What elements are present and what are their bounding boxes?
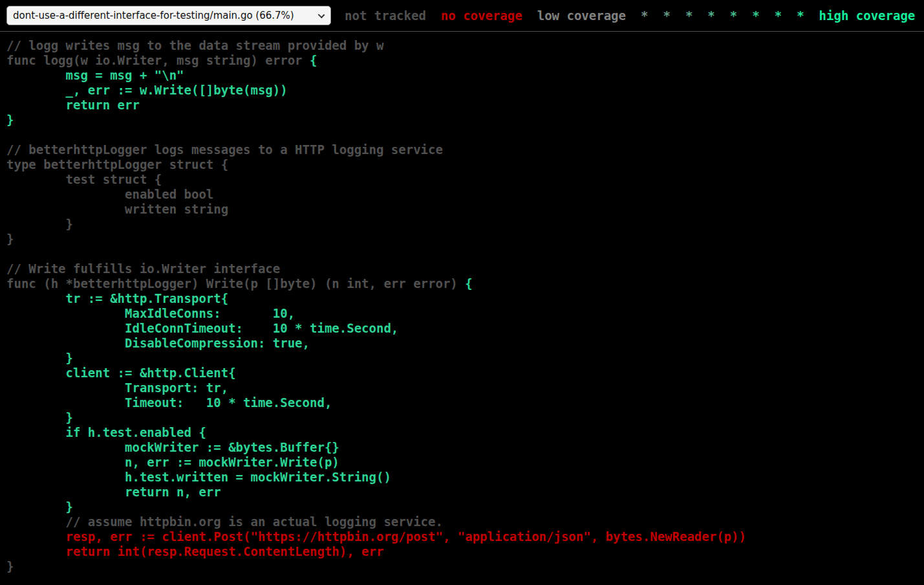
file-nav: dont-use-a-different-interface-for-testi… [6, 6, 331, 25]
code-segment-cov8: Timeout: 10 * time.Second, [6, 395, 332, 410]
legend-low-coverage: low coverage [537, 8, 626, 23]
code-segment-cov8: return err [6, 98, 140, 112]
code-segment-cov8: IdleConnTimeout: 10 * time.Second, [6, 321, 398, 335]
legend-cov3: * [663, 8, 670, 23]
code-segment-cov8: DisableCompression: true, [6, 336, 310, 350]
code-segment-cov8: n, err := mockWriter.Write(p) [6, 455, 339, 469]
source-code: // logg writes msg to the data stream pr… [6, 38, 924, 574]
code-segment-untracked: enabled bool [6, 187, 213, 201]
code-segment-untracked: func (h *betterhttpLogger) Write(p []byt… [6, 276, 465, 291]
legend-cov7: * [752, 8, 759, 23]
code-segment-untracked: // assume httpbin.org is an actual loggi… [6, 514, 443, 529]
legend-cov8: * [775, 8, 782, 23]
code-segment-untracked: // Write fulfills io.Writer interface [6, 261, 280, 276]
code-segment-untracked: written string [6, 202, 228, 216]
code-segment-untracked: // logg writes msg to the data stream pr… [6, 38, 383, 52]
legend-cov4: * [685, 8, 693, 23]
legend-cov2: * [641, 8, 648, 23]
code-segment-cov0: return int(resp.Request.ContentLength), … [6, 544, 383, 558]
legend: not trackedno coveragelow coverage******… [345, 8, 915, 23]
code-segment-cov8: mockWriter := &bytes.Buffer{} [6, 440, 339, 454]
legend-cov9: * [797, 8, 804, 23]
content: // logg writes msg to the data stream pr… [0, 0, 924, 574]
code-segment-cov8: MaxIdleConns: 10, [6, 306, 295, 320]
code-segment-cov8: if h.test.enabled { [6, 425, 206, 439]
topbar: dont-use-a-different-interface-for-testi… [0, 0, 924, 32]
file-select-wrap: dont-use-a-different-interface-for-testi… [6, 6, 331, 25]
code-segment-cov8: } [6, 410, 73, 425]
code-segment-cov8: client := &http.Client{ [6, 366, 236, 380]
code-segment-cov8: } [6, 500, 73, 514]
file-select[interactable]: dont-use-a-different-interface-for-testi… [6, 6, 331, 25]
code-segment-cov8: } [6, 113, 14, 127]
code-segment-untracked: } [6, 217, 73, 231]
code-segment-cov8: tr := &http.Transport{ [6, 291, 228, 305]
legend-cov6: * [730, 8, 737, 23]
code-segment-cov8: { [310, 53, 317, 67]
code-segment-untracked: } [6, 232, 14, 246]
code-segment-untracked: } [6, 559, 14, 573]
legend-cov5: * [707, 8, 714, 23]
legend-no-coverage: no coverage [441, 8, 522, 23]
code-segment-cov8: h.test.written = mockWriter.String() [6, 470, 391, 484]
code-segment-untracked: type betterhttpLogger struct { [6, 157, 228, 171]
legend-high-coverage: high coverage [819, 8, 916, 23]
code-segment-cov8: return n, err [6, 485, 221, 499]
legend-not-tracked: not tracked [345, 8, 426, 23]
code-segment-cov8: { [465, 276, 472, 291]
code-segment-untracked: func logg(w io.Writer, msg string) error [6, 53, 310, 67]
code-segment-cov8: Transport: tr, [6, 381, 228, 395]
code-segment-cov0: resp, err := client.Post("https://httpbi… [6, 529, 746, 544]
code-segment-untracked: test struct { [6, 172, 162, 186]
code-segment-cov8: _, err := w.Write([]byte(msg)) [6, 83, 288, 97]
code-segment-cov8: msg = msg + "\n" [6, 68, 184, 82]
code-segment-cov8: } [6, 351, 73, 365]
code-segment-untracked: // betterhttpLogger logs messages to a H… [6, 142, 443, 157]
